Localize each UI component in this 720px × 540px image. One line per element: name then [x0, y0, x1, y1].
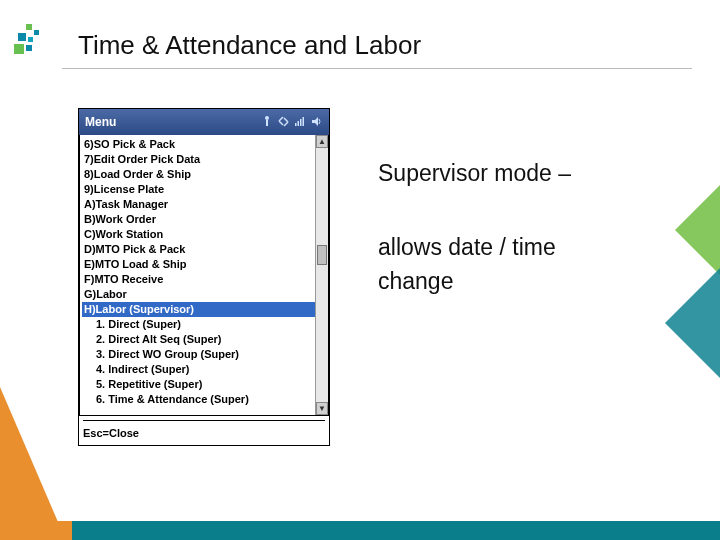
- caption-line-2: allows date / time: [378, 234, 556, 261]
- menu-item[interactable]: B)Work Order: [82, 212, 316, 227]
- svg-marker-12: [312, 117, 318, 126]
- menu-list: 6)SO Pick & Pack7)Edit Order Pick Data8)…: [80, 135, 328, 415]
- menu-window: Menu 6)SO Pick & Pack7)Edit Order Pick D…: [78, 108, 330, 446]
- title-divider: [62, 68, 692, 69]
- svg-rect-9: [298, 121, 300, 126]
- page-title: Time & Attendance and Labor: [78, 30, 421, 61]
- submenu-item[interactable]: 5. Repetitive (Super): [82, 377, 316, 392]
- caption-line-3: change: [378, 268, 453, 295]
- menu-item[interactable]: A)Task Manager: [82, 197, 316, 212]
- svg-rect-0: [26, 24, 32, 30]
- svg-point-6: [265, 116, 269, 120]
- scroll-up-button[interactable]: ▲: [316, 135, 328, 148]
- sync-icon: [278, 116, 289, 129]
- menu-item[interactable]: D)MTO Pick & Pack: [82, 242, 316, 257]
- caption-line-1: Supervisor mode –: [378, 160, 571, 187]
- menu-item[interactable]: H)Labor (Supervisor): [82, 302, 316, 317]
- menu-item[interactable]: E)MTO Load & Ship: [82, 257, 316, 272]
- menu-item[interactable]: 8)Load Order & Ship: [82, 167, 316, 182]
- decoration-bottom-bar: [0, 521, 720, 540]
- menu-body: 6)SO Pick & Pack7)Edit Order Pick Data8)…: [79, 135, 329, 416]
- footer-hint: Esc=Close: [83, 427, 325, 439]
- submenu-item[interactable]: 1. Direct (Super): [82, 317, 316, 332]
- menu-item[interactable]: 6)SO Pick & Pack: [82, 137, 316, 152]
- signal-icon: [262, 115, 272, 129]
- submenu-item[interactable]: 4. Indirect (Super): [82, 362, 316, 377]
- menu-item[interactable]: C)Work Station: [82, 227, 316, 242]
- svg-rect-11: [303, 117, 305, 126]
- svg-rect-3: [28, 37, 33, 42]
- submenu-item[interactable]: 6. Time & Attendance (Super): [82, 392, 316, 407]
- menu-item[interactable]: G)Labor: [82, 287, 316, 302]
- decoration-orange-triangle: [0, 387, 58, 522]
- scroll-down-button[interactable]: ▼: [316, 402, 328, 415]
- window-titlebar: Menu: [79, 109, 329, 135]
- menu-item[interactable]: 9)License Plate: [82, 182, 316, 197]
- svg-rect-2: [18, 33, 26, 41]
- window-title: Menu: [85, 115, 116, 129]
- wifi-icon: [295, 116, 306, 129]
- decoration-green-triangle: [675, 185, 720, 275]
- svg-rect-4: [14, 44, 24, 54]
- menu-item[interactable]: F)MTO Receive: [82, 272, 316, 287]
- volume-icon: [312, 116, 323, 129]
- svg-rect-8: [295, 123, 297, 126]
- svg-rect-10: [300, 119, 302, 126]
- status-icons: [262, 115, 323, 129]
- submenu-item[interactable]: 3. Direct WO Group (Super): [82, 347, 316, 362]
- scroll-thumb[interactable]: [317, 245, 327, 265]
- svg-rect-5: [26, 45, 32, 51]
- submenu-item[interactable]: 2. Direct Alt Seq (Super): [82, 332, 316, 347]
- footer-divider: [83, 420, 325, 421]
- scrollbar[interactable]: ▲ ▼: [315, 135, 328, 415]
- decoration-teal-triangle: [665, 268, 720, 378]
- svg-rect-1: [34, 30, 39, 35]
- app-logo: [12, 22, 46, 56]
- window-footer: Esc=Close: [79, 416, 329, 445]
- menu-item[interactable]: 7)Edit Order Pick Data: [82, 152, 316, 167]
- svg-rect-7: [266, 120, 268, 126]
